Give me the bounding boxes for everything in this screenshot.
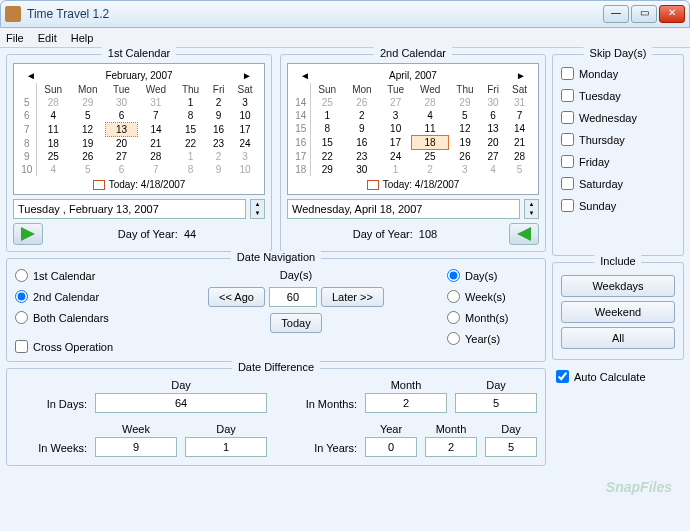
calendar-day[interactable]: 1: [174, 150, 206, 163]
calendar-day[interactable]: 17: [231, 123, 260, 137]
calendar-day[interactable]: 4: [36, 109, 70, 123]
calendar-day[interactable]: 3: [231, 96, 260, 109]
calendar-day[interactable]: 10: [231, 109, 260, 123]
calendar-day[interactable]: 3: [231, 150, 260, 163]
calendar-day[interactable]: 5: [70, 163, 106, 176]
calendar-day[interactable]: 3: [380, 109, 412, 122]
calendar-day[interactable]: 5: [505, 163, 534, 176]
calendar-day[interactable]: 4: [36, 163, 70, 176]
calendar-day[interactable]: 31: [137, 96, 174, 109]
calendar-day[interactable]: 28: [36, 96, 70, 109]
minimize-button[interactable]: —: [603, 5, 629, 23]
radio-unit-years[interactable]: Year(s): [447, 332, 537, 345]
calendar-day[interactable]: 13: [481, 122, 505, 136]
weekdays-button[interactable]: Weekdays: [561, 275, 675, 297]
radio-unit-months[interactable]: Month(s): [447, 311, 537, 324]
calendar-day[interactable]: 12: [449, 122, 481, 136]
today-button[interactable]: Today: [270, 313, 321, 333]
calendar-day[interactable]: 16: [344, 136, 380, 150]
weekend-button[interactable]: Weekend: [561, 301, 675, 323]
calendar-day[interactable]: 29: [449, 96, 481, 109]
calendar-day[interactable]: 26: [449, 150, 481, 164]
next-month-icon[interactable]: ►: [242, 70, 252, 81]
calendar-day[interactable]: 6: [106, 109, 138, 123]
calendar-day[interactable]: 1: [174, 96, 206, 109]
radio-unit-days[interactable]: Day(s): [447, 269, 537, 282]
calendar-day[interactable]: 23: [344, 150, 380, 164]
calendar-day[interactable]: 21: [137, 137, 174, 151]
ago-button[interactable]: << Ago: [208, 287, 265, 307]
calendar-day[interactable]: 5: [70, 109, 106, 123]
menu-file[interactable]: File: [6, 32, 24, 44]
calendar-day[interactable]: 14: [505, 122, 534, 136]
skip-tuesday[interactable]: Tuesday: [561, 89, 675, 102]
skip-friday[interactable]: Friday: [561, 155, 675, 168]
maximize-button[interactable]: ▭: [631, 5, 657, 23]
calendar-day[interactable]: 28: [137, 150, 174, 163]
calendar-day[interactable]: 7: [137, 109, 174, 123]
calendar-day[interactable]: 8: [174, 163, 206, 176]
calendar-day[interactable]: 27: [380, 96, 412, 109]
auto-calculate-check[interactable]: Auto Calculate: [552, 370, 684, 383]
radio-unit-weeks[interactable]: Week(s): [447, 290, 537, 303]
calendar-day[interactable]: 20: [106, 137, 138, 151]
calendar-day[interactable]: 20: [481, 136, 505, 150]
calendar-day[interactable]: 10: [231, 163, 260, 176]
later-button[interactable]: Later >>: [321, 287, 384, 307]
calendar-day[interactable]: 18: [36, 137, 70, 151]
calendar-day[interactable]: 29: [310, 163, 344, 176]
date1-spinner[interactable]: ▲▼: [250, 199, 265, 219]
radio-2nd-calendar[interactable]: 2nd Calendar: [15, 290, 145, 303]
calendar-day[interactable]: 30: [481, 96, 505, 109]
calendar1[interactable]: ◄February, 2007►SunMonTueWedThuFriSat528…: [13, 63, 265, 195]
calendar-day[interactable]: 2: [207, 96, 231, 109]
calendar-day[interactable]: 18: [412, 136, 449, 150]
calendar-day[interactable]: 7: [137, 163, 174, 176]
calendar-day[interactable]: 26: [344, 96, 380, 109]
calendar-day[interactable]: 9: [344, 122, 380, 136]
calendar-day[interactable]: 16: [207, 123, 231, 137]
next-day-button[interactable]: [509, 223, 539, 245]
next-month-icon[interactable]: ►: [516, 70, 526, 81]
calendar-day[interactable]: 14: [137, 123, 174, 137]
calendar-day[interactable]: 9: [207, 163, 231, 176]
all-button[interactable]: All: [561, 327, 675, 349]
calendar-day[interactable]: 19: [70, 137, 106, 151]
calendar-day[interactable]: 1: [310, 109, 344, 122]
menu-edit[interactable]: Edit: [38, 32, 57, 44]
calendar-day[interactable]: 17: [380, 136, 412, 150]
calendar-day[interactable]: 22: [174, 137, 206, 151]
prev-day-button[interactable]: [13, 223, 43, 245]
calendar-day[interactable]: 6: [481, 109, 505, 122]
calendar-day[interactable]: 22: [310, 150, 344, 164]
date2-input[interactable]: Wednesday, April 18, 2007: [287, 199, 520, 219]
calendar-day[interactable]: 23: [207, 137, 231, 151]
skip-monday[interactable]: Monday: [561, 67, 675, 80]
calendar-day[interactable]: 9: [207, 109, 231, 123]
skip-wednesday[interactable]: Wednesday: [561, 111, 675, 124]
date1-input[interactable]: Tuesday , February 13, 2007: [13, 199, 246, 219]
calendar2[interactable]: ◄April, 2007►SunMonTueWedThuFriSat142526…: [287, 63, 539, 195]
skip-thursday[interactable]: Thursday: [561, 133, 675, 146]
calendar-day[interactable]: 12: [70, 123, 106, 137]
calendar-day[interactable]: 2: [412, 163, 449, 176]
calendar-day[interactable]: 30: [344, 163, 380, 176]
calendar-day[interactable]: 10: [380, 122, 412, 136]
prev-month-icon[interactable]: ◄: [26, 70, 36, 81]
calendar-day[interactable]: 8: [174, 109, 206, 123]
calendar-day[interactable]: 3: [449, 163, 481, 176]
calendar-day[interactable]: 5: [449, 109, 481, 122]
calendar-day[interactable]: 29: [70, 96, 106, 109]
calendar-day[interactable]: 30: [106, 96, 138, 109]
calendar-day[interactable]: 26: [70, 150, 106, 163]
calendar-day[interactable]: 7: [505, 109, 534, 122]
calendar-day[interactable]: 13: [106, 123, 138, 137]
calendar-day[interactable]: 15: [310, 136, 344, 150]
calendar-day[interactable]: 25: [310, 96, 344, 109]
radio-1st-calendar[interactable]: 1st Calendar: [15, 269, 145, 282]
calendar-day[interactable]: 2: [207, 150, 231, 163]
calendar-day[interactable]: 28: [505, 150, 534, 164]
calendar-day[interactable]: 27: [481, 150, 505, 164]
calendar-day[interactable]: 27: [106, 150, 138, 163]
calendar-day[interactable]: 4: [412, 109, 449, 122]
